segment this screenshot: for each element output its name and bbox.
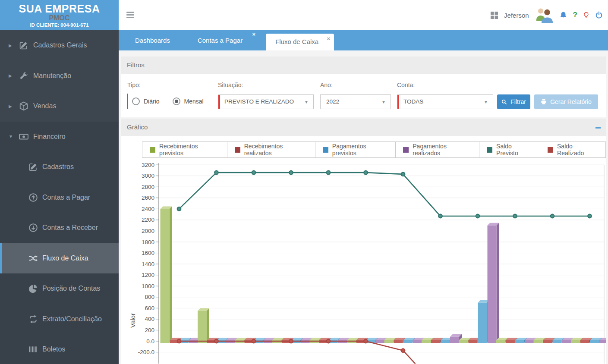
radio-diario-label: Diário bbox=[144, 98, 160, 105]
topbar-user-area: Jeferson ? bbox=[490, 0, 603, 30]
legend-swatch bbox=[403, 147, 409, 153]
tab-dashboards[interactable]: Dashboards bbox=[127, 30, 178, 50]
svg-text:1000: 1000 bbox=[142, 283, 154, 289]
cash-flow-chart: 3200300028002600240022002000180016001400… bbox=[121, 160, 606, 364]
svg-text:0.0: 0.0 bbox=[146, 338, 154, 345]
sidebar-group-financeiro: ▼FinanceiroCadastrosContas a PagarContas… bbox=[0, 122, 119, 364]
close-tab-icon[interactable]: × bbox=[327, 35, 331, 42]
collapse-panel-icon[interactable] bbox=[595, 127, 601, 129]
sidebar-menu: ▶Cadastros Gerais▶Manutenção▶Vendas▼Fina… bbox=[0, 30, 119, 364]
legend-label: Pagamentos previstos bbox=[332, 143, 388, 157]
radio-mensal[interactable] bbox=[173, 97, 180, 105]
legend-item-recebimentos-previstos[interactable]: Recebimentos previstos bbox=[142, 141, 227, 158]
legend-swatch bbox=[323, 147, 328, 153]
sidebar-item-label: Manutenção bbox=[33, 72, 71, 80]
ano-value: 2022 bbox=[326, 98, 339, 105]
tab-label: Fluxo de Caixa bbox=[275, 38, 318, 45]
svg-text:1600: 1600 bbox=[142, 250, 154, 256]
required-marker bbox=[397, 95, 399, 109]
close-tab-icon[interactable]: × bbox=[252, 31, 256, 38]
situacao-select[interactable]: PREVISTO E REALIZADO ▼ bbox=[218, 94, 314, 109]
hamburger-menu-icon[interactable] bbox=[126, 12, 134, 19]
sidebar-item-cadastros[interactable]: Cadastros bbox=[0, 152, 119, 182]
company-name: SUA EMPRESA bbox=[0, 3, 119, 15]
chevron-right-icon: ▶ bbox=[9, 43, 12, 48]
ano-select[interactable]: 2022 ▼ bbox=[320, 94, 391, 109]
svg-text:3200: 3200 bbox=[142, 162, 154, 168]
notifications-bell-icon[interactable] bbox=[559, 11, 567, 19]
sidebar-item-label: Contas a Pagar bbox=[42, 194, 90, 201]
sidebar-item-fluxo-de-caixa[interactable]: Fluxo de Caixa bbox=[0, 243, 119, 274]
svg-text:2600: 2600 bbox=[142, 195, 154, 201]
svg-text:600: 600 bbox=[145, 305, 154, 311]
tab-label: Contas a Pagar bbox=[198, 37, 243, 44]
sidebar-item-boletos[interactable]: Boletos bbox=[0, 334, 119, 364]
sidebar-item-label: Cadastros bbox=[42, 163, 74, 171]
legend-swatch bbox=[235, 147, 240, 153]
sidebar-item-manutencao[interactable]: ▶Manutenção bbox=[0, 61, 119, 91]
brand-header: SUA EMPRESA PMOC ID CLIENTE: 004-901-671 bbox=[0, 0, 119, 30]
svg-text:2000: 2000 bbox=[142, 228, 154, 234]
user-name[interactable]: Jeferson bbox=[504, 12, 529, 19]
sidebar-item-extrato-conciliacao[interactable]: Extrato/Conciliação bbox=[0, 304, 119, 335]
filters-panel-title: Filtros bbox=[121, 56, 606, 74]
wrench-icon bbox=[19, 71, 28, 81]
topbar: Jeferson ? bbox=[119, 0, 608, 30]
sidebar-item-vendas[interactable]: ▶Vendas bbox=[0, 91, 119, 122]
idea-bulb-icon[interactable] bbox=[583, 11, 589, 19]
shuffle-icon bbox=[28, 254, 38, 263]
main-content: Filtros Tipo: Diário Mensal Situação: PR… bbox=[119, 50, 608, 364]
sidebar-item-contas-a-receber[interactable]: Contas a Receber bbox=[0, 213, 119, 243]
filters-body: Tipo: Diário Mensal Situação: PREVISTO E… bbox=[121, 74, 606, 117]
svg-text:3000: 3000 bbox=[142, 173, 154, 179]
svg-text:2400: 2400 bbox=[142, 206, 154, 212]
chart-panel-body: Recebimentos previstosRecebimentos reali… bbox=[121, 136, 606, 364]
sidebar-item-label: Posição de Contas bbox=[42, 285, 100, 292]
filtrar-button[interactable]: Filtrar bbox=[497, 94, 530, 109]
sidebar-item-label: Cadastros Gerais bbox=[33, 41, 87, 49]
chevron-right-icon: ▶ bbox=[9, 104, 12, 109]
legend-label: Saldo Previsto bbox=[496, 143, 532, 157]
sidebar-item-contas-a-pagar[interactable]: Contas a Pagar bbox=[0, 182, 119, 213]
legend-item-pagamentos-realizados[interactable]: Pagamentos realizados bbox=[395, 141, 479, 158]
chevron-down-icon: ▼ bbox=[381, 95, 386, 109]
legend-item-pagamentos-previstos[interactable]: Pagamentos previstos bbox=[315, 141, 396, 158]
edit-icon bbox=[28, 162, 38, 172]
tipo-label: Tipo: bbox=[127, 82, 141, 88]
arrow-circle-down-icon bbox=[28, 223, 38, 232]
required-marker bbox=[127, 94, 128, 109]
sidebar-item-financeiro[interactable]: ▼Financeiro bbox=[0, 122, 119, 152]
sidebar-item-label: Vendas bbox=[33, 102, 56, 110]
chevron-right-icon: ▶ bbox=[9, 73, 12, 78]
sidebar-item-label: Boletos bbox=[42, 345, 65, 353]
chevron-down-icon: ▼ bbox=[484, 95, 488, 109]
search-icon bbox=[501, 99, 507, 105]
power-icon[interactable] bbox=[595, 11, 603, 19]
conta-select[interactable]: TODAS ▼ bbox=[397, 94, 493, 109]
tab-bar: DashboardsContas a Pagar×Fluxo de Caixa× bbox=[119, 30, 608, 50]
radio-mensal-label: Mensal bbox=[184, 98, 204, 105]
gerar-relatorio-button[interactable]: Gerar Relatório bbox=[534, 94, 598, 109]
svg-text:Valor: Valor bbox=[129, 313, 136, 328]
sidebar-item-posicao-de-contas[interactable]: Posição de Contas bbox=[0, 273, 119, 304]
tab-contas-a-pagar[interactable]: Contas a Pagar× bbox=[190, 30, 250, 50]
tab-fluxo-de-caixa[interactable]: Fluxo de Caixa× bbox=[266, 34, 334, 50]
apps-grid-icon[interactable] bbox=[490, 11, 498, 19]
sidebar-item-cadastros-gerais[interactable]: ▶Cadastros Gerais bbox=[0, 30, 119, 61]
svg-text:2800: 2800 bbox=[142, 184, 154, 190]
arrow-circle-up-icon bbox=[28, 193, 38, 202]
legend-item-saldo-realizado[interactable]: Saldo Realizado bbox=[540, 141, 606, 158]
svg-text:2200: 2200 bbox=[142, 217, 154, 223]
chart-legend: Recebimentos previstosRecebimentos reali… bbox=[142, 141, 606, 158]
svg-text:800: 800 bbox=[145, 294, 154, 300]
sidebar-item-label: Fluxo de Caixa bbox=[42, 254, 88, 262]
user-avatar[interactable] bbox=[535, 7, 554, 23]
app-root: SUA EMPRESA PMOC ID CLIENTE: 004-901-671… bbox=[0, 0, 608, 364]
product-name: PMOC bbox=[0, 15, 119, 22]
chevron-down-icon: ▼ bbox=[9, 134, 13, 139]
legend-item-saldo-previsto[interactable]: Saldo Previsto bbox=[479, 141, 540, 158]
legend-label: Recebimentos realizados bbox=[244, 143, 308, 157]
help-question-icon[interactable]: ? bbox=[573, 11, 577, 19]
radio-diario[interactable] bbox=[132, 97, 140, 105]
legend-item-recebimentos-realizados[interactable]: Recebimentos realizados bbox=[227, 141, 315, 158]
